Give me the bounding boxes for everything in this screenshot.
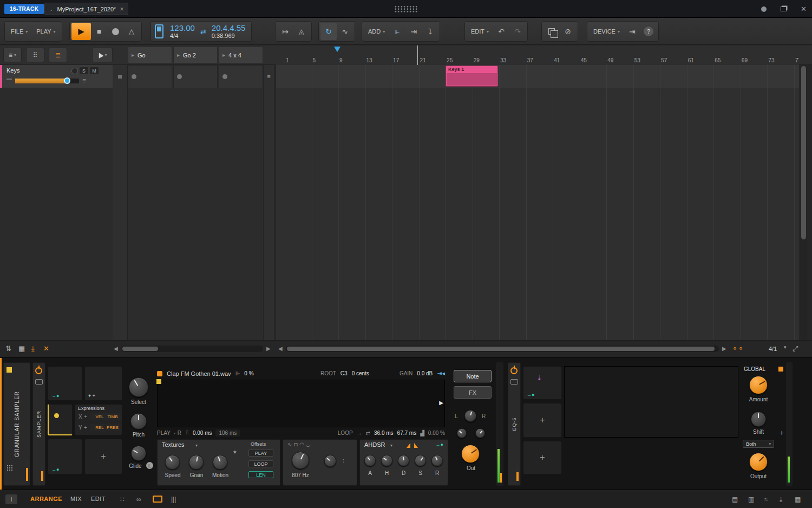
time-signature[interactable]: 4/4: [170, 32, 195, 39]
pitch-knob[interactable]: [130, 413, 147, 429]
automation-panel-icon[interactable]: ≈: [764, 496, 768, 503]
add-modulator-slot[interactable]: +: [84, 439, 122, 474]
inspector-panel-icon[interactable]: ▥: [748, 496, 754, 503]
ruler-tick[interactable]: 53: [634, 57, 640, 63]
dual-display-icon[interactable]: ∷: [120, 496, 125, 503]
follow-playback-icon[interactable]: ⇥: [405, 23, 422, 40]
shift-knob[interactable]: [751, 412, 766, 427]
out-knob[interactable]: [461, 445, 480, 463]
track-options-icon[interactable]: ≡: [82, 78, 86, 83]
motion-knob[interactable]: [213, 455, 227, 470]
clip-stop-cell[interactable]: [113, 65, 127, 88]
keytrack-icon[interactable]: ⊪: [235, 370, 240, 376]
granular-sampler-device-rail[interactable]: GRANULAR SAMPLER: [3, 362, 30, 486]
ruler-tick[interactable]: 37: [527, 57, 533, 63]
amount-knob[interactable]: [749, 376, 768, 394]
eq-modulator-widget[interactable]: ⇣ →●: [523, 366, 562, 400]
clip-slot[interactable]: [173, 65, 218, 88]
eq5-device-rail[interactable]: EQ-5: [508, 362, 521, 486]
eq-mod-route-icon[interactable]: →●: [527, 392, 534, 398]
help-icon[interactable]: ?: [640, 23, 657, 40]
mod-route-icon2[interactable]: →●: [51, 467, 59, 472]
arranger-scrollbar[interactable]: [286, 346, 719, 352]
fx-mode-button[interactable]: FX: [454, 386, 492, 399]
ruler-tick[interactable]: 69: [742, 57, 748, 63]
project-tab[interactable]: ⌄ MyProject_16T_2020* ×: [44, 3, 128, 15]
lane-handle[interactable]: ≡: [264, 65, 274, 88]
eq-add-mod-slot-2[interactable]: +: [523, 441, 562, 474]
x-add-icon[interactable]: +: [84, 414, 87, 420]
metronome-icon[interactable]: ◬: [293, 23, 310, 40]
song-time[interactable]: 0:38.969: [212, 32, 246, 39]
ruler-tick[interactable]: 5: [313, 57, 316, 63]
song-position[interactable]: 20.4.4.55: [212, 24, 246, 33]
loop-fade-value[interactable]: 0.00 %: [428, 430, 445, 436]
loop-length-value[interactable]: 67.7 ms: [397, 430, 417, 436]
freeze-icon[interactable]: *: [233, 448, 237, 458]
select-knob[interactable]: [129, 377, 148, 397]
arranger-scroll-right-icon[interactable]: ▶: [722, 346, 726, 351]
root-cents[interactable]: 0 cents: [352, 370, 369, 376]
launcher-scroll-left-icon[interactable]: ◀: [114, 346, 118, 351]
arranger-row[interactable]: Keys 1: [276, 65, 799, 88]
fit-view-icon[interactable]: ⤢: [793, 344, 798, 353]
ruler-tick[interactable]: 33: [500, 57, 506, 63]
ruler-tick[interactable]: 77: [795, 57, 799, 63]
sampler-module-rail[interactable]: SAMPLER: [32, 362, 45, 486]
play-scene-icon[interactable]: ▸: [132, 52, 134, 58]
modulator-curve-widget[interactable]: →●: [48, 439, 82, 474]
ruler-tick[interactable]: 73: [768, 57, 774, 63]
cursor-tool-button[interactable]: ▾: [92, 48, 113, 62]
play-start-value[interactable]: 0.00 ms: [193, 430, 212, 436]
spread-knob[interactable]: [475, 428, 485, 438]
scene-header-3[interactable]: ▸4 x 4: [219, 47, 263, 63]
ruler-tick[interactable]: 21: [420, 57, 426, 63]
grid-toggle-icon[interactable]: ▦: [18, 344, 25, 353]
xy-modulator-widget[interactable]: [48, 404, 73, 435]
clip-slot[interactable]: [128, 65, 172, 88]
track-header[interactable]: KeysSM≡: [0, 65, 113, 88]
filter-freq-label[interactable]: 807 Hz: [284, 472, 317, 478]
play-menu[interactable]: PLAY▾: [32, 23, 60, 40]
close-icon[interactable]: ✕: [801, 5, 807, 13]
filter-route-icon[interactable]: ⫶: [343, 458, 344, 465]
filter-res-knob[interactable]: [324, 455, 336, 467]
eq-handle-icon[interactable]: [778, 367, 783, 372]
hold-knob[interactable]: [381, 455, 392, 466]
ruler-tick[interactable]: 57: [661, 57, 667, 63]
file-menu[interactable]: FILE▾: [6, 23, 32, 40]
monitor-button[interactable]: [71, 68, 78, 74]
vertical-scrollbar[interactable]: [800, 65, 807, 340]
chevron-down-icon[interactable]: ⌄: [49, 6, 54, 12]
project-template-badge[interactable]: 16-TRACK: [4, 4, 44, 14]
ruler-tick[interactable]: 25: [447, 57, 453, 63]
ruler-tick[interactable]: 49: [607, 57, 613, 63]
mod-route-icon[interactable]: →●: [51, 393, 59, 399]
glide-l-badge[interactable]: L: [146, 462, 153, 469]
maximize-icon[interactable]: [781, 6, 787, 11]
flow-icon[interactable]: ⚬⚬: [732, 344, 744, 353]
columns-icon[interactable]: |||: [171, 496, 176, 503]
sample-percent[interactable]: 0 %: [244, 370, 253, 376]
timeline-marker-icon[interactable]: [334, 47, 340, 52]
launcher-scrollbar-thumb[interactable]: [122, 347, 158, 351]
glide-knob[interactable]: [131, 446, 146, 461]
arranger-view-button[interactable]: ≣: [49, 48, 67, 62]
redo-icon[interactable]: ↷: [509, 23, 526, 40]
zoom-fit-icon[interactable]: ⇥◂: [437, 370, 445, 377]
tempo-display[interactable]: 123.00 4/4: [166, 24, 199, 40]
record-slot-icon[interactable]: [222, 74, 227, 79]
pingpong-icon[interactable]: ⇄: [366, 430, 370, 436]
tempo-value[interactable]: 123.00: [170, 24, 195, 33]
ruler-tick[interactable]: 1: [286, 57, 289, 63]
info-icon[interactable]: i: [5, 494, 17, 504]
link-displays-icon[interactable]: ∞: [136, 496, 141, 503]
modulator-steps-widget[interactable]: →●: [48, 366, 82, 401]
eq-add-mod-slot-1[interactable]: +: [523, 403, 562, 438]
envelope-caret-icon[interactable]: ▾: [390, 443, 392, 448]
ruler-tick[interactable]: 61: [688, 57, 694, 63]
track-height-icon[interactable]: ⇅: [5, 344, 11, 353]
vertical-scrollbar-thumb[interactable]: [801, 66, 806, 239]
import-icon[interactable]: ⤓: [31, 344, 35, 353]
ruler-tick[interactable]: 65: [715, 57, 721, 63]
